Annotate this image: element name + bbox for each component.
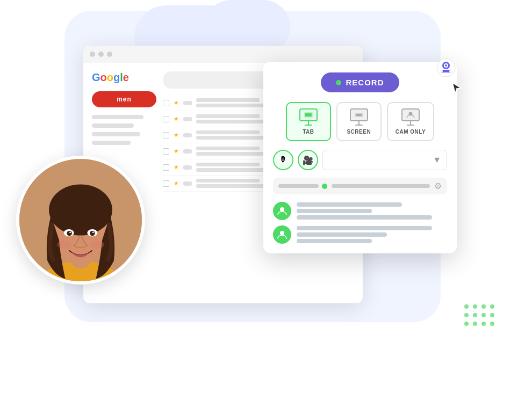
label-pill-2 (183, 117, 192, 121)
deco-dot-6 (473, 313, 477, 317)
deco-dot-10 (473, 322, 477, 326)
screen-mode-label: SCREEN (347, 129, 371, 135)
label-pill-5 (183, 165, 192, 170)
tab-monitor-screen (299, 108, 318, 121)
deco-dot-5 (464, 313, 469, 317)
star-4[interactable]: ★ (174, 148, 179, 155)
source-dropdown[interactable]: ▼ (322, 150, 447, 170)
user-info-lines-1 (297, 202, 447, 220)
camera-button[interactable]: 🎥 (298, 150, 318, 170)
active-tab-indicator (278, 184, 327, 189)
user-row-1 (273, 202, 447, 220)
checkbox-2[interactable] (163, 116, 169, 122)
checkbox-5[interactable] (163, 164, 169, 171)
deco-dot-4 (490, 304, 494, 309)
user-info-line-2b (297, 232, 387, 237)
tab-mode-label: TAB (303, 129, 314, 135)
email-line-short-1 (196, 98, 260, 102)
cam-only-mode-label: CAM ONLY (396, 129, 426, 135)
star-6[interactable]: ★ (174, 180, 179, 187)
deco-dot-3 (481, 304, 486, 309)
g-letter-g2: g (113, 71, 119, 84)
svg-point-25 (57, 240, 71, 249)
deco-dot-8 (490, 313, 494, 317)
svg-point-12 (280, 207, 284, 212)
svg-point-20 (67, 231, 72, 236)
screen-monitor-base (355, 125, 363, 126)
star-5[interactable]: ★ (174, 164, 179, 171)
g-letter-l: l (120, 71, 123, 84)
user-info-line-1c (297, 215, 432, 220)
loom-mascot (436, 58, 456, 77)
deco-dot-12 (490, 322, 494, 326)
camera-icon: 🎥 (303, 155, 313, 165)
browser-dot-red (90, 52, 95, 57)
user-info-line-2a (297, 226, 432, 230)
microphone-button[interactable]: 🎙 (273, 150, 293, 170)
g-letter-o1: o (100, 71, 106, 84)
svg-point-23 (90, 231, 95, 236)
screen-monitor-stand (358, 121, 360, 125)
checkbox-4[interactable] (163, 148, 169, 155)
compose-button[interactable]: men (92, 91, 156, 107)
browser-dot-green (107, 52, 112, 57)
popup-panel: RECORD (263, 62, 457, 253)
tab-mode-tab[interactable]: TAB (286, 102, 331, 141)
email-line-short-5 (196, 163, 260, 166)
label-pill-4 (183, 149, 192, 154)
email-line-short-2 (196, 114, 260, 118)
tab-monitor-stand (308, 121, 310, 125)
checkbox-1[interactable] (163, 100, 169, 106)
record-label: RECORD (346, 78, 384, 87)
user-info-lines-2 (297, 226, 447, 243)
tab-mode-icon (297, 108, 320, 126)
record-dot-indicator (336, 80, 341, 85)
email-line-short-6 (196, 179, 260, 183)
user-list (273, 202, 447, 244)
deco-dot-1 (464, 304, 469, 309)
star-1[interactable]: ★ (174, 99, 179, 106)
checkbox-3[interactable] (163, 132, 169, 138)
cam-only-mode-icon (399, 108, 422, 126)
cam-only-mode-tab[interactable]: CAM ONLY (387, 102, 434, 141)
svg-point-24 (92, 231, 94, 233)
checkbox-6[interactable] (163, 180, 169, 187)
svg-point-6 (449, 70, 451, 72)
email-line-short-4 (196, 147, 260, 150)
label-pill-6 (183, 181, 192, 186)
microphone-icon: 🎙 (279, 155, 287, 165)
deco-dot-7 (481, 313, 486, 317)
g-letter-o2: o (107, 71, 113, 84)
svg-point-13 (280, 231, 284, 235)
star-2[interactable]: ★ (174, 115, 179, 122)
tab-monitor-base (305, 125, 312, 126)
svg-point-3 (445, 64, 447, 67)
scene: Google men ★ (0, 0, 532, 401)
record-button[interactable]: RECORD (321, 72, 399, 92)
deco-dot-2 (473, 304, 477, 309)
svg-rect-10 (356, 114, 362, 116)
user-photo-avatar (16, 156, 145, 285)
user-avatar-1 (273, 202, 291, 220)
user-info-line-1a (297, 202, 402, 207)
tab-active-dot (322, 184, 327, 189)
g-letter-e: e (123, 71, 128, 84)
user-avatar-2 (273, 225, 291, 244)
svg-rect-8 (305, 113, 312, 116)
sidebar-line-3 (92, 132, 140, 136)
audio-controls-row: 🎙 🎥 ▼ (273, 150, 447, 170)
star-3[interactable]: ★ (174, 132, 179, 138)
label-pill-3 (183, 133, 192, 137)
deco-dot-9 (464, 322, 469, 326)
label-pill-1 (183, 101, 192, 105)
mode-tabs: TAB SCREEN (273, 102, 447, 141)
sidebar-line-1 (92, 115, 143, 119)
screen-mode-tab[interactable]: SCREEN (336, 102, 382, 141)
settings-gear-icon[interactable]: ⚙ (434, 181, 442, 191)
screen-monitor-screen (350, 108, 368, 121)
screen-mode-icon (348, 108, 370, 126)
svg-point-5 (441, 70, 443, 72)
tab-line-long (332, 184, 430, 188)
cam-monitor-base (407, 125, 414, 126)
svg-point-21 (69, 231, 71, 233)
